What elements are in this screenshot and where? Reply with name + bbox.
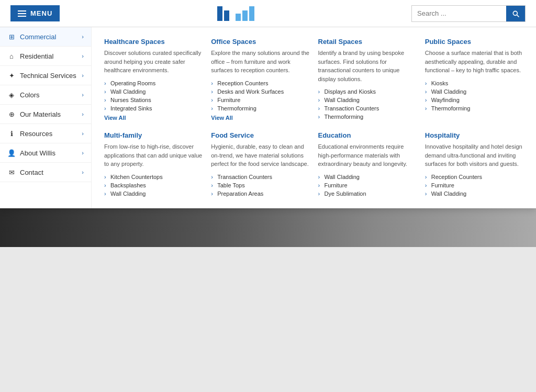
sidebar-label-residential: Residential (20, 52, 77, 60)
menu-section-public: Public Spaces Choose a surface material … (425, 38, 523, 121)
sidebar-item-colors[interactable]: ◈ Colors › (0, 85, 91, 105)
menu-section-retail: Retail Spaces Identify a brand by using … (318, 38, 417, 121)
sidebar-label-commercial: Commercial (20, 33, 77, 41)
section-description: From low-rise to high-rise, discover app… (104, 142, 203, 169)
chevron-right-icon-2: › (82, 53, 84, 59)
sidebar-item-materials[interactable]: ⊕ Our Materials › (0, 105, 91, 124)
logo[interactable] (60, 6, 411, 21)
section-items: Kiosks Wall Cladding Wayfinding Thermofo… (425, 79, 523, 113)
view-all-link[interactable]: View All (104, 115, 203, 121)
menu-item[interactable]: Reception Counters (425, 173, 523, 181)
menu-item[interactable]: Wayfinding (425, 96, 523, 104)
menu-item[interactable]: Nurses Stations (104, 96, 203, 104)
palette-icon: ◈ (7, 91, 16, 99)
section-title: Multi-family (104, 131, 203, 139)
menu-item[interactable]: Integrated Sinks (104, 104, 203, 113)
section-title: Hospitality (425, 131, 523, 139)
menu-content: Healthcare Spaces Discover solutions cur… (92, 27, 536, 208)
grid-icon: ⊞ (7, 32, 16, 41)
section-title: Education (318, 131, 417, 139)
menu-item[interactable]: Furniture (425, 181, 523, 189)
section-title: Office Spaces (211, 38, 309, 46)
menu-item[interactable]: Wall Cladding (104, 87, 203, 96)
menu-item[interactable]: Thermoforming (425, 104, 523, 113)
wrench-icon: ✦ (7, 71, 16, 80)
menu-item[interactable]: Thermoforming (211, 104, 309, 113)
section-title: Public Spaces (425, 38, 523, 46)
menu-item[interactable]: Furniture (318, 181, 417, 189)
menu-section-hospitality: Hospitality Innovative hospitality and h… (425, 131, 523, 198)
sidebar-label-materials: Our Materials (20, 110, 77, 118)
sidebar-item-commercial[interactable]: ⊞ Commercial › (0, 27, 91, 47)
menu-item[interactable]: Backsplashes (104, 181, 203, 189)
page-wrapper: ⊞ Commercial › ⌂ Residential › ✦ Technic… (0, 27, 536, 392)
sidebar-item-residential[interactable]: ⌂ Residential › (0, 47, 91, 66)
sidebar-item-technical[interactable]: ✦ Technical Services › (0, 66, 91, 85)
menu-item[interactable]: Wall Cladding (318, 173, 417, 181)
sidebar-label-contact: Contact (20, 169, 77, 176)
section-description: Educational environments require high-pe… (318, 142, 417, 169)
section-description: Identify a brand by using bespoke surfac… (318, 49, 417, 83)
menu-item[interactable]: Wall Cladding (425, 87, 523, 96)
layers-icon: ⊕ (7, 110, 16, 118)
menu-item[interactable]: Reception Counters (211, 79, 309, 87)
section-description: Explore the many solutions around the of… (211, 49, 309, 75)
section-items: Wall Cladding Furniture Dye Sublimation (318, 173, 417, 198)
menu-label: MENU (30, 9, 52, 17)
sidebar-nav: ⊞ Commercial › ⌂ Residential › ✦ Technic… (0, 27, 92, 208)
people-icon: 👤 (7, 149, 16, 157)
sidebar-item-contact[interactable]: ✉ Contact › (0, 163, 91, 182)
section-description: Innovative hospitality and hotel design … (425, 142, 523, 169)
book-icon: ℹ (7, 129, 16, 138)
section-description: Discover solutions curated specifically … (104, 49, 203, 75)
chevron-right-icon: › (82, 33, 84, 40)
menu-item[interactable]: Transaction Counters (211, 173, 309, 181)
contact-icon: ✉ (7, 168, 16, 176)
hamburger-icon (18, 10, 26, 17)
section-items: Displays and Kiosks Wall Cladding Transa… (318, 87, 417, 121)
view-all-link[interactable]: View All (211, 115, 309, 121)
chevron-right-icon-7: › (82, 150, 84, 156)
logo-bar-2 (224, 10, 229, 21)
section-items: Reception Counters Desks and Work Surfac… (211, 79, 309, 113)
sidebar-item-resources[interactable]: ℹ Resources › (0, 124, 91, 143)
menu-item[interactable]: Operating Rooms (104, 79, 203, 87)
search-icon (511, 9, 520, 18)
menu-item[interactable]: Desks and Work Surfaces (211, 87, 309, 96)
section-items: Reception Counters Furniture Wall Claddi… (425, 173, 523, 198)
menu-button[interactable]: MENU (10, 5, 60, 21)
menu-item[interactable]: Kitchen Countertops (104, 173, 203, 181)
section-title: Retail Spaces (318, 38, 417, 46)
search-input[interactable] (412, 6, 506, 20)
section-description: Hygienic, durable, easy to clean and on-… (211, 142, 309, 169)
menu-item[interactable]: Dye Sublimation (318, 189, 417, 198)
menu-item[interactable]: Transaction Counters (318, 104, 417, 113)
sidebar-label-colors: Colors (20, 91, 77, 99)
menu-section-healthcare: Healthcare Spaces Discover solutions cur… (104, 38, 203, 121)
menu-item[interactable]: Furniture (211, 96, 309, 104)
section-items: Kitchen Countertops Backsplashes Wall Cl… (104, 173, 203, 198)
menu-item[interactable]: Wall Cladding (318, 96, 417, 104)
sidebar-label-technical: Technical Services (20, 72, 77, 80)
chevron-right-icon-5: › (82, 111, 84, 117)
menu-section-multifamily: Multi-family From low-rise to high-rise,… (104, 131, 203, 198)
home-icon: ⌂ (7, 52, 16, 60)
menu-item[interactable]: Kiosks (425, 79, 523, 87)
search-button[interactable] (506, 6, 525, 21)
menu-item[interactable]: Wall Cladding (425, 189, 523, 198)
menu-item[interactable]: Table Tops (211, 181, 309, 189)
section-items: Transaction Counters Table Tops Preparat… (211, 173, 309, 198)
menu-item[interactable]: Thermoforming (318, 113, 417, 121)
section-title: Healthcare Spaces (104, 38, 203, 46)
sidebar-label-about: About Willis (20, 149, 77, 157)
logo-shape (217, 6, 254, 21)
chevron-right-icon-8: › (82, 169, 84, 175)
menu-item[interactable]: Wall Cladding (104, 189, 203, 198)
menu-item[interactable]: Displays and Kiosks (318, 87, 417, 96)
logo-bar-3 (236, 14, 241, 21)
sidebar-item-about[interactable]: 👤 About Willis › (0, 143, 91, 163)
logo-bar-5 (249, 6, 254, 21)
menu-item[interactable]: Preparation Areas (211, 189, 309, 198)
menu-section-foodservice: Food Service Hygienic, durable, easy to … (211, 131, 309, 198)
logo-bar-4 (242, 10, 248, 21)
